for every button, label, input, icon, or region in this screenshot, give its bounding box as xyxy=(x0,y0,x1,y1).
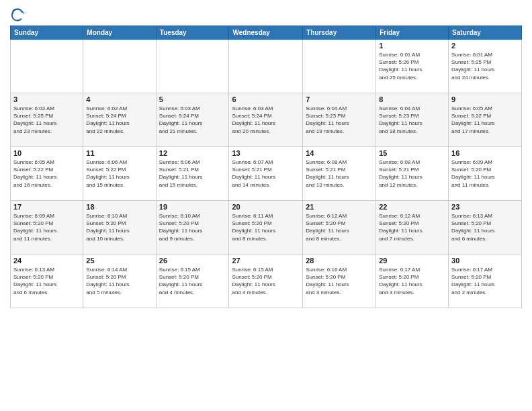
day-info: Sunrise: 6:14 AM Sunset: 5:20 PM Dayligh… xyxy=(86,266,152,296)
day-info: Sunrise: 6:03 AM Sunset: 5:24 PM Dayligh… xyxy=(159,105,226,135)
calendar-cell xyxy=(11,40,83,93)
day-number: 5 xyxy=(159,95,226,103)
day-number: 23 xyxy=(451,203,519,211)
day-info: Sunrise: 6:04 AM Sunset: 5:23 PM Dayligh… xyxy=(306,105,373,135)
day-number: 15 xyxy=(379,149,445,157)
calendar-cell: 11Sunrise: 6:06 AM Sunset: 5:22 PM Dayli… xyxy=(83,147,156,201)
day-info: Sunrise: 6:05 AM Sunset: 5:22 PM Dayligh… xyxy=(451,105,519,135)
calendar-body: 1Sunrise: 6:01 AM Sunset: 5:26 PM Daylig… xyxy=(11,40,522,308)
day-info: Sunrise: 6:08 AM Sunset: 5:21 PM Dayligh… xyxy=(379,158,445,189)
day-number: 6 xyxy=(232,95,300,103)
day-number: 9 xyxy=(451,95,519,103)
day-info: Sunrise: 6:17 AM Sunset: 5:20 PM Dayligh… xyxy=(451,266,519,296)
calendar-cell: 29Sunrise: 6:17 AM Sunset: 5:20 PM Dayli… xyxy=(376,255,449,308)
day-number: 25 xyxy=(86,257,152,265)
header-cell-monday: Monday xyxy=(83,26,156,40)
day-info: Sunrise: 6:05 AM Sunset: 5:22 PM Dayligh… xyxy=(13,158,80,189)
day-number: 30 xyxy=(451,257,519,265)
calendar-cell: 4Sunrise: 6:02 AM Sunset: 5:24 PM Daylig… xyxy=(83,93,156,147)
day-info: Sunrise: 6:07 AM Sunset: 5:21 PM Dayligh… xyxy=(232,158,300,189)
calendar-cell xyxy=(83,40,156,93)
calendar-cell: 19Sunrise: 6:10 AM Sunset: 5:20 PM Dayli… xyxy=(156,201,229,255)
header-cell-thursday: Thursday xyxy=(303,26,376,40)
day-number: 16 xyxy=(451,149,519,157)
day-number: 19 xyxy=(159,203,226,211)
day-info: Sunrise: 6:09 AM Sunset: 5:20 PM Dayligh… xyxy=(451,158,519,189)
day-info: Sunrise: 6:06 AM Sunset: 5:21 PM Dayligh… xyxy=(159,158,226,189)
day-info: Sunrise: 6:09 AM Sunset: 5:20 PM Dayligh… xyxy=(13,212,80,242)
calendar-week-2: 3Sunrise: 6:02 AM Sunset: 5:25 PM Daylig… xyxy=(11,93,522,147)
day-number: 22 xyxy=(379,203,445,211)
calendar-cell: 22Sunrise: 6:12 AM Sunset: 5:20 PM Dayli… xyxy=(376,201,449,255)
day-number: 17 xyxy=(13,203,80,211)
calendar-table: SundayMondayTuesdayWednesdayThursdayFrid… xyxy=(10,26,522,308)
day-number: 10 xyxy=(13,149,80,157)
calendar-cell: 7Sunrise: 6:04 AM Sunset: 5:23 PM Daylig… xyxy=(303,93,376,147)
day-info: Sunrise: 6:01 AM Sunset: 5:26 PM Dayligh… xyxy=(379,51,445,81)
calendar-cell: 9Sunrise: 6:05 AM Sunset: 5:22 PM Daylig… xyxy=(449,93,522,147)
day-number: 27 xyxy=(232,257,300,265)
header-cell-saturday: Saturday xyxy=(449,26,522,40)
day-info: Sunrise: 6:04 AM Sunset: 5:23 PM Dayligh… xyxy=(379,105,445,135)
day-info: Sunrise: 6:08 AM Sunset: 5:21 PM Dayligh… xyxy=(306,158,373,189)
logo xyxy=(10,7,28,21)
day-info: Sunrise: 6:17 AM Sunset: 5:20 PM Dayligh… xyxy=(379,266,445,296)
day-number: 20 xyxy=(232,203,300,211)
day-info: Sunrise: 6:02 AM Sunset: 5:24 PM Dayligh… xyxy=(86,105,152,135)
calendar-cell: 13Sunrise: 6:07 AM Sunset: 5:21 PM Dayli… xyxy=(229,147,303,201)
calendar-cell: 10Sunrise: 6:05 AM Sunset: 5:22 PM Dayli… xyxy=(11,147,83,201)
day-number: 28 xyxy=(306,257,373,265)
day-number: 14 xyxy=(306,149,373,157)
header-cell-friday: Friday xyxy=(376,26,449,40)
day-info: Sunrise: 6:03 AM Sunset: 5:24 PM Dayligh… xyxy=(232,105,300,135)
day-number: 3 xyxy=(13,95,80,103)
calendar-cell: 2Sunrise: 6:01 AM Sunset: 5:25 PM Daylig… xyxy=(449,40,522,93)
calendar-cell: 30Sunrise: 6:17 AM Sunset: 5:20 PM Dayli… xyxy=(449,255,522,308)
day-number: 11 xyxy=(86,149,152,157)
calendar-cell: 28Sunrise: 6:16 AM Sunset: 5:20 PM Dayli… xyxy=(303,255,376,308)
day-info: Sunrise: 6:06 AM Sunset: 5:22 PM Dayligh… xyxy=(86,158,152,189)
day-number: 2 xyxy=(451,42,519,50)
day-info: Sunrise: 6:15 AM Sunset: 5:20 PM Dayligh… xyxy=(159,266,226,296)
day-info: Sunrise: 6:13 AM Sunset: 5:20 PM Dayligh… xyxy=(451,212,519,242)
calendar-cell: 16Sunrise: 6:09 AM Sunset: 5:20 PM Dayli… xyxy=(449,147,522,201)
page: SundayMondayTuesdayWednesdayThursdayFrid… xyxy=(0,0,532,411)
day-info: Sunrise: 6:16 AM Sunset: 5:20 PM Dayligh… xyxy=(306,266,373,296)
logo-icon xyxy=(10,7,25,21)
day-number: 1 xyxy=(379,42,445,50)
day-info: Sunrise: 6:12 AM Sunset: 5:20 PM Dayligh… xyxy=(306,212,373,242)
day-number: 8 xyxy=(379,95,445,103)
calendar-week-4: 17Sunrise: 6:09 AM Sunset: 5:20 PM Dayli… xyxy=(11,201,522,255)
day-info: Sunrise: 6:13 AM Sunset: 5:20 PM Dayligh… xyxy=(13,266,80,296)
day-number: 4 xyxy=(86,95,152,103)
day-number: 26 xyxy=(159,257,226,265)
calendar-cell: 18Sunrise: 6:10 AM Sunset: 5:20 PM Dayli… xyxy=(83,201,156,255)
calendar-cell: 8Sunrise: 6:04 AM Sunset: 5:23 PM Daylig… xyxy=(376,93,449,147)
calendar-cell: 6Sunrise: 6:03 AM Sunset: 5:24 PM Daylig… xyxy=(229,93,303,147)
header-cell-wednesday: Wednesday xyxy=(229,26,303,40)
day-number: 13 xyxy=(232,149,300,157)
calendar-cell: 17Sunrise: 6:09 AM Sunset: 5:20 PM Dayli… xyxy=(11,201,83,255)
day-info: Sunrise: 6:01 AM Sunset: 5:25 PM Dayligh… xyxy=(451,51,519,81)
calendar-cell: 24Sunrise: 6:13 AM Sunset: 5:20 PM Dayli… xyxy=(11,255,83,308)
day-info: Sunrise: 6:15 AM Sunset: 5:20 PM Dayligh… xyxy=(232,266,300,296)
calendar-cell: 27Sunrise: 6:15 AM Sunset: 5:20 PM Dayli… xyxy=(229,255,303,308)
calendar-week-3: 10Sunrise: 6:05 AM Sunset: 5:22 PM Dayli… xyxy=(11,147,522,201)
day-number: 12 xyxy=(159,149,226,157)
calendar-cell: 15Sunrise: 6:08 AM Sunset: 5:21 PM Dayli… xyxy=(376,147,449,201)
calendar-header: SundayMondayTuesdayWednesdayThursdayFrid… xyxy=(11,26,522,40)
header-row: SundayMondayTuesdayWednesdayThursdayFrid… xyxy=(11,26,522,40)
day-number: 24 xyxy=(13,257,80,265)
day-info: Sunrise: 6:10 AM Sunset: 5:20 PM Dayligh… xyxy=(86,212,152,242)
calendar-cell xyxy=(303,40,376,93)
day-info: Sunrise: 6:02 AM Sunset: 5:25 PM Dayligh… xyxy=(13,105,80,135)
day-info: Sunrise: 6:11 AM Sunset: 5:20 PM Dayligh… xyxy=(232,212,300,242)
header-cell-tuesday: Tuesday xyxy=(156,26,229,40)
calendar-cell: 1Sunrise: 6:01 AM Sunset: 5:26 PM Daylig… xyxy=(376,40,449,93)
calendar-cell: 21Sunrise: 6:12 AM Sunset: 5:20 PM Dayli… xyxy=(303,201,376,255)
calendar-cell xyxy=(229,40,303,93)
calendar-cell: 25Sunrise: 6:14 AM Sunset: 5:20 PM Dayli… xyxy=(83,255,156,308)
calendar-cell: 20Sunrise: 6:11 AM Sunset: 5:20 PM Dayli… xyxy=(229,201,303,255)
day-number: 21 xyxy=(306,203,373,211)
calendar-cell: 5Sunrise: 6:03 AM Sunset: 5:24 PM Daylig… xyxy=(156,93,229,147)
